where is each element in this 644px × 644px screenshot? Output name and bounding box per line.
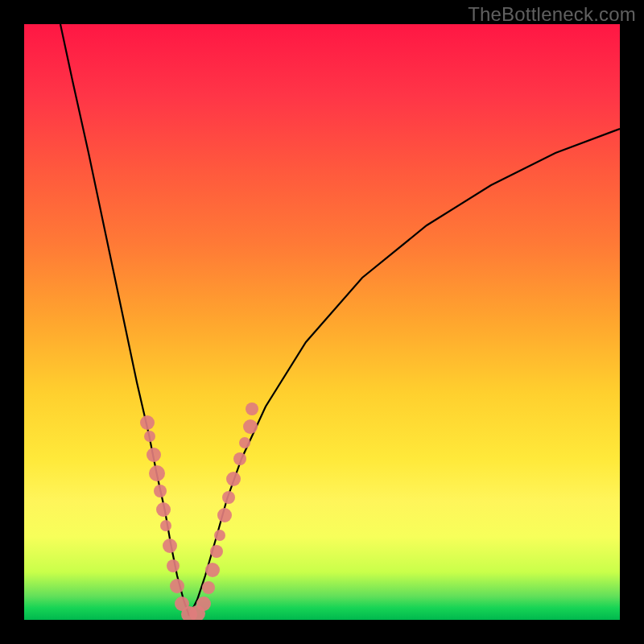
- data-marker: [144, 431, 155, 442]
- data-marker: [243, 419, 258, 434]
- data-marker: [163, 539, 177, 553]
- data-marker: [147, 448, 161, 462]
- data-marker: [170, 579, 184, 593]
- data-marker: [222, 491, 235, 504]
- chart-svg: [24, 24, 620, 620]
- data-marker: [233, 452, 246, 465]
- watermark-text: TheBottleneck.com: [468, 3, 636, 26]
- marker-group: [140, 402, 258, 620]
- data-marker: [160, 520, 171, 531]
- data-marker: [205, 563, 220, 577]
- data-marker: [214, 530, 225, 541]
- plot-area: [24, 24, 620, 620]
- data-marker: [217, 508, 232, 522]
- data-marker: [196, 597, 211, 611]
- data-marker: [226, 472, 241, 486]
- data-marker: [246, 402, 258, 415]
- chart-frame: TheBottleneck.com: [0, 0, 644, 644]
- data-marker: [156, 502, 171, 517]
- data-marker: [140, 415, 155, 430]
- data-marker: [210, 545, 223, 558]
- data-marker: [202, 581, 215, 594]
- data-marker: [154, 485, 167, 497]
- data-marker: [167, 559, 180, 572]
- data-marker: [149, 465, 165, 481]
- right-curve: [189, 129, 620, 616]
- data-marker: [239, 437, 250, 448]
